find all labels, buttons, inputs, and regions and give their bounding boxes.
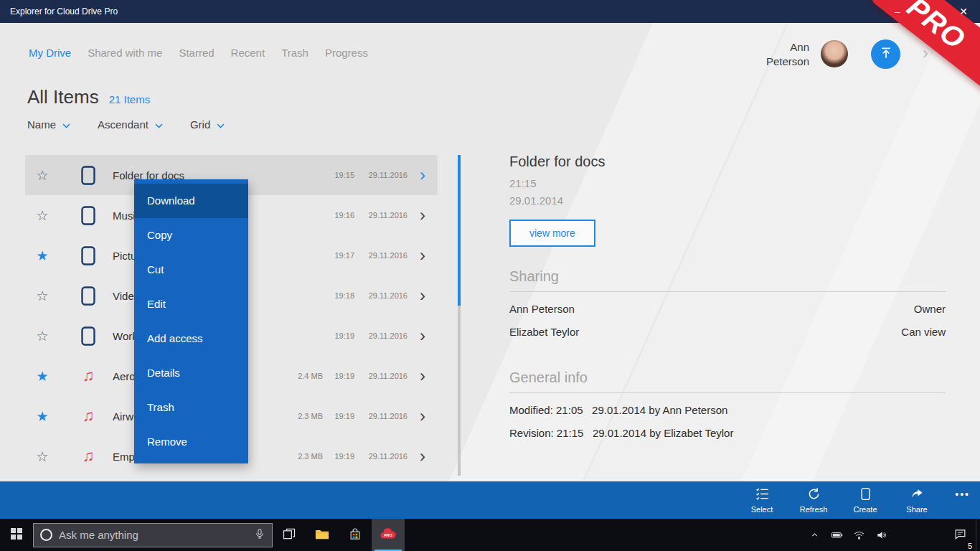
sort-order-label: Ascendant bbox=[98, 118, 149, 131]
star-icon[interactable]: ☆ bbox=[25, 328, 60, 344]
sort-order-dropdown[interactable]: Ascendant bbox=[98, 118, 163, 131]
microphone-icon[interactable] bbox=[254, 527, 265, 543]
divider bbox=[509, 392, 946, 393]
close-button[interactable]: ✕ bbox=[947, 0, 980, 23]
nav-more-chevron-icon[interactable]: › bbox=[923, 43, 928, 63]
action-center-button[interactable]: 5 bbox=[946, 519, 974, 551]
file-time: 19:19 bbox=[323, 372, 354, 380]
file-time: 19:19 bbox=[323, 412, 354, 420]
network-icon[interactable] bbox=[848, 519, 870, 551]
star-icon[interactable]: ☆ bbox=[25, 167, 60, 184]
file-date: 29.11.2016 bbox=[354, 331, 407, 340]
chevron-right-icon[interactable]: › bbox=[407, 247, 438, 264]
share-button[interactable]: Share bbox=[891, 481, 943, 519]
view-mode-dropdown[interactable]: Grid bbox=[190, 118, 225, 131]
start-button[interactable] bbox=[0, 519, 33, 551]
music-note-icon: ♫ bbox=[80, 408, 97, 424]
svg-text:PRO: PRO bbox=[384, 533, 392, 537]
menu-item-cut[interactable]: Cut bbox=[134, 253, 248, 287]
tab-shared-with-me[interactable]: Shared with me bbox=[88, 47, 162, 59]
file-date: 29.11.2016 bbox=[354, 452, 407, 461]
create-label: Create bbox=[853, 505, 877, 514]
search-input[interactable] bbox=[59, 529, 248, 541]
upload-button[interactable] bbox=[871, 39, 900, 69]
file-time: 19:19 bbox=[323, 452, 354, 461]
file-size: 2.4 MB bbox=[284, 372, 323, 380]
star-icon[interactable]: ☆ bbox=[25, 288, 60, 304]
avatar[interactable] bbox=[821, 40, 848, 67]
task-view-button[interactable] bbox=[273, 519, 306, 551]
tab-progress[interactable]: Progress bbox=[325, 47, 368, 59]
star-icon[interactable]: ☆ bbox=[25, 448, 60, 465]
menu-item-remove[interactable]: Remove bbox=[134, 425, 248, 459]
file-size: 2.3 MB bbox=[284, 412, 323, 420]
folder-icon bbox=[80, 246, 97, 265]
app-window: Explorer for Cloud Drive Pro – ✕ My Driv… bbox=[0, 0, 980, 551]
system-tray bbox=[804, 519, 892, 551]
menu-item-trash[interactable]: Trash bbox=[134, 390, 248, 425]
chevron-right-icon[interactable]: › bbox=[407, 408, 438, 425]
user-last-name: Peterson bbox=[766, 55, 809, 69]
cloud-drive-app-icon: PRO bbox=[379, 525, 397, 545]
battery-icon[interactable] bbox=[826, 519, 848, 551]
star-icon[interactable]: ☆ bbox=[25, 207, 60, 224]
tab-trash[interactable]: Trash bbox=[281, 47, 308, 59]
menu-item-copy[interactable]: Copy bbox=[134, 218, 248, 253]
create-button[interactable]: Create bbox=[839, 481, 891, 519]
file-date: 29.11.2016 bbox=[354, 412, 407, 420]
sharing-row: Elizabet Teylor Can view bbox=[509, 326, 946, 338]
scrollbar[interactable] bbox=[458, 155, 461, 476]
taskbar: PRO 5 bbox=[0, 519, 980, 551]
task-view-icon bbox=[282, 527, 296, 543]
star-icon[interactable]: ★ bbox=[25, 408, 60, 425]
notification-badge: 5 bbox=[968, 542, 972, 550]
item-count: 21 Items bbox=[109, 93, 151, 105]
sort-field-dropdown[interactable]: Name bbox=[27, 118, 70, 131]
refresh-button[interactable]: Refresh bbox=[788, 481, 839, 519]
chevron-right-icon[interactable]: › bbox=[407, 166, 438, 184]
tab-recent[interactable]: Recent bbox=[231, 47, 265, 59]
star-icon[interactable]: ★ bbox=[25, 368, 60, 385]
chevron-right-icon[interactable]: › bbox=[407, 448, 438, 465]
divider bbox=[509, 291, 946, 292]
select-icon bbox=[755, 486, 770, 504]
file-date: 29.11.2016 bbox=[354, 211, 407, 220]
chevron-down-icon bbox=[217, 118, 225, 131]
music-note-icon: ♫ bbox=[80, 448, 97, 464]
chevron-right-icon[interactable]: › bbox=[407, 327, 438, 344]
menu-item-edit[interactable]: Edit bbox=[134, 287, 248, 321]
share-icon bbox=[910, 486, 925, 504]
tab-my-drive[interactable]: My Drive bbox=[29, 47, 71, 59]
file-explorer-button[interactable] bbox=[306, 519, 339, 551]
chevron-down-icon bbox=[62, 118, 70, 131]
file-time: 19:18 bbox=[323, 291, 354, 300]
star-icon[interactable]: ★ bbox=[25, 248, 60, 264]
details-date: 29.01.2014 bbox=[509, 194, 946, 207]
menu-item-download[interactable]: Download bbox=[134, 184, 248, 218]
folder-icon bbox=[80, 166, 97, 185]
menu-item-details[interactable]: Details bbox=[134, 356, 248, 390]
more-button[interactable]: ••• bbox=[955, 489, 970, 500]
chevron-right-icon[interactable]: › bbox=[407, 207, 438, 224]
music-note-icon: ♫ bbox=[80, 368, 97, 384]
select-button[interactable]: Select bbox=[736, 481, 788, 519]
scrollbar-thumb[interactable] bbox=[458, 155, 461, 306]
menu-item-add-access[interactable]: Add access bbox=[134, 321, 248, 356]
chevron-right-icon[interactable]: › bbox=[407, 287, 438, 304]
select-label: Select bbox=[751, 505, 773, 514]
minimize-button[interactable]: – bbox=[881, 0, 914, 23]
sharing-user: Ann Peterson bbox=[509, 303, 575, 315]
revision-info: Revision: 21:15 29.01.2014 by Elizabet T… bbox=[509, 427, 946, 439]
store-button[interactable] bbox=[339, 519, 372, 551]
chevron-right-icon[interactable]: › bbox=[407, 367, 438, 385]
file-time: 19:17 bbox=[323, 251, 354, 260]
show-desktop-button[interactable] bbox=[976, 519, 980, 551]
volume-icon[interactable] bbox=[870, 519, 892, 551]
page-title: All Items bbox=[27, 86, 99, 108]
view-more-button[interactable]: view more bbox=[509, 220, 595, 247]
store-icon bbox=[348, 527, 362, 544]
cloud-drive-app-button[interactable]: PRO bbox=[372, 519, 405, 551]
file-time: 19:15 bbox=[323, 171, 354, 179]
tray-chevron-up-icon[interactable] bbox=[804, 519, 826, 551]
tab-starred[interactable]: Starred bbox=[179, 47, 214, 59]
